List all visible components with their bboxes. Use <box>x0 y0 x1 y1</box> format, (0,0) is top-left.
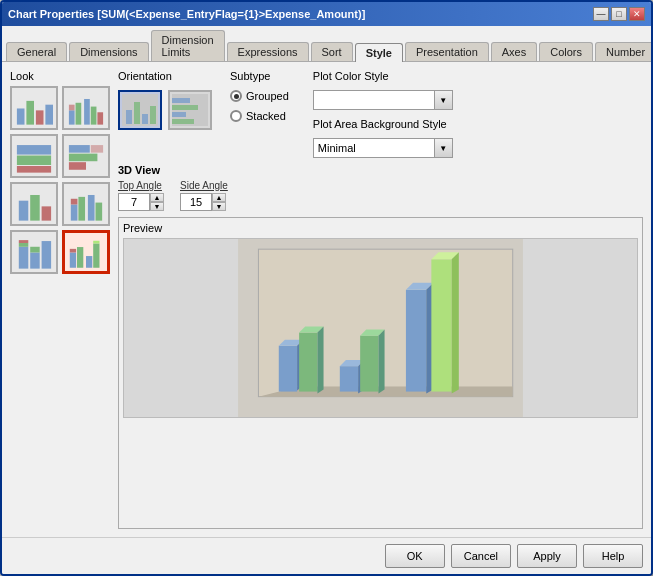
help-button[interactable]: Help <box>583 544 643 568</box>
tab-colors[interactable]: Colors <box>539 42 593 61</box>
look-thumb-5[interactable] <box>10 182 58 226</box>
right-panel: Orientation <box>118 70 643 529</box>
plot-color-dropdown[interactable]: ▼ <box>313 90 453 110</box>
plot-color-section: Plot Color Style ▼ Plot Area Background … <box>313 70 453 158</box>
svg-rect-30 <box>42 241 52 269</box>
svg-rect-53 <box>299 333 317 392</box>
top-angle-up[interactable]: ▲ <box>150 193 164 202</box>
svg-rect-34 <box>86 256 92 268</box>
svg-rect-19 <box>42 206 52 220</box>
svg-marker-67 <box>452 252 459 393</box>
top-angle-spinner: ▲ ▼ <box>150 193 164 211</box>
subtype-grouped-radio[interactable] <box>230 90 242 102</box>
window-title: Chart Properties [SUM(<Expense_EntryFlag… <box>8 8 365 20</box>
subtype-stacked-radio[interactable] <box>230 110 242 122</box>
close-button[interactable]: ✕ <box>629 7 645 21</box>
orientation-vertical[interactable] <box>118 90 162 130</box>
look-thumb-8[interactable] <box>62 230 110 274</box>
top-angle-input[interactable] <box>118 193 150 211</box>
svg-rect-40 <box>142 114 148 124</box>
svg-rect-62 <box>406 290 426 392</box>
svg-rect-45 <box>172 112 186 117</box>
plot-area-bg-dropdown[interactable]: Minimal ▼ <box>313 138 453 158</box>
svg-rect-15 <box>69 162 86 170</box>
top-angle-input-row: ▲ ▼ <box>118 193 164 211</box>
main-content: Look <box>2 62 651 537</box>
top-angle-down[interactable]: ▼ <box>150 202 164 211</box>
plot-area-bg-label: Plot Area Background Style <box>313 118 453 130</box>
bottom-bar: OK Cancel Apply Help <box>2 537 651 574</box>
tab-style[interactable]: Style <box>355 43 403 62</box>
apply-button[interactable]: Apply <box>517 544 577 568</box>
tab-presentation[interactable]: Presentation <box>405 42 489 61</box>
top-row: Orientation <box>118 70 643 158</box>
side-angle-spinner: ▲ ▼ <box>212 193 226 211</box>
side-angle-input[interactable] <box>180 193 212 211</box>
svg-rect-35 <box>93 243 99 267</box>
svg-rect-8 <box>91 107 97 125</box>
svg-rect-26 <box>19 243 29 247</box>
look-row-2 <box>10 134 110 178</box>
svg-rect-33 <box>70 249 76 253</box>
title-bar: Chart Properties [SUM(<Expense_EntryFlag… <box>2 2 651 26</box>
side-angle-down[interactable]: ▼ <box>212 202 226 211</box>
tab-axes[interactable]: Axes <box>491 42 537 61</box>
svg-rect-9 <box>97 112 103 124</box>
tab-general[interactable]: General <box>6 42 67 61</box>
svg-rect-21 <box>78 197 85 221</box>
view3d-panel: 3D View Top Angle ▲ ▼ Side Angl <box>118 164 643 211</box>
top-angle-label[interactable]: Top Angle <box>118 180 164 191</box>
side-angle-label[interactable]: Side Angle <box>180 180 228 191</box>
look-thumb-6[interactable] <box>62 182 110 226</box>
side-angle-up[interactable]: ▲ <box>212 193 226 202</box>
tab-dimensions[interactable]: Dimensions <box>69 42 148 61</box>
svg-rect-27 <box>19 240 29 243</box>
tab-sort[interactable]: Sort <box>311 42 353 61</box>
svg-rect-7 <box>84 99 90 125</box>
orientation-section: Orientation <box>118 70 212 158</box>
svg-rect-17 <box>19 201 29 221</box>
look-thumb-4[interactable] <box>62 134 110 178</box>
tab-number[interactable]: Number <box>595 42 653 61</box>
svg-rect-28 <box>30 252 40 268</box>
svg-rect-5 <box>76 103 82 125</box>
svg-rect-0 <box>17 108 25 124</box>
look-thumb-7[interactable] <box>10 230 58 274</box>
svg-rect-23 <box>88 195 95 221</box>
svg-rect-4 <box>69 110 75 124</box>
svg-rect-18 <box>30 195 40 221</box>
svg-rect-22 <box>71 199 78 205</box>
subtype-grouped-row: Grouped <box>230 90 289 102</box>
look-thumb-2[interactable] <box>62 86 110 130</box>
look-label: Look <box>10 70 110 82</box>
subtype-grouped-label: Grouped <box>246 90 289 102</box>
subtype-label: Subtype <box>230 70 289 82</box>
cancel-button[interactable]: Cancel <box>451 544 511 568</box>
minimize-button[interactable]: — <box>593 7 609 21</box>
plot-color-arrow[interactable]: ▼ <box>434 91 452 109</box>
side-angle-group: Side Angle ▲ ▼ <box>180 180 228 211</box>
orientation-horizontal[interactable] <box>168 90 212 130</box>
svg-rect-1 <box>26 101 34 125</box>
svg-marker-61 <box>378 330 384 394</box>
tab-dimension-limits[interactable]: Dimension Limits <box>151 30 225 61</box>
svg-rect-29 <box>30 247 40 253</box>
svg-rect-44 <box>172 105 198 110</box>
svg-rect-11 <box>17 156 51 166</box>
preview-chart <box>123 238 638 418</box>
plot-area-bg-arrow[interactable]: ▼ <box>434 139 452 157</box>
svg-rect-10 <box>17 145 51 155</box>
subtype-section: Subtype Grouped Stacked <box>230 70 289 158</box>
tab-expressions[interactable]: Expressions <box>227 42 309 61</box>
svg-rect-41 <box>150 106 156 124</box>
svg-rect-56 <box>340 366 358 391</box>
look-thumb-3[interactable] <box>10 134 58 178</box>
svg-rect-13 <box>69 145 90 153</box>
ok-button[interactable]: OK <box>385 544 445 568</box>
svg-rect-50 <box>279 346 297 392</box>
restore-button[interactable]: □ <box>611 7 627 21</box>
plot-area-bg-value: Minimal <box>314 142 434 154</box>
look-thumb-1[interactable] <box>10 86 58 130</box>
angle-row: Top Angle ▲ ▼ Side Angle <box>118 180 643 211</box>
svg-rect-38 <box>126 110 132 124</box>
